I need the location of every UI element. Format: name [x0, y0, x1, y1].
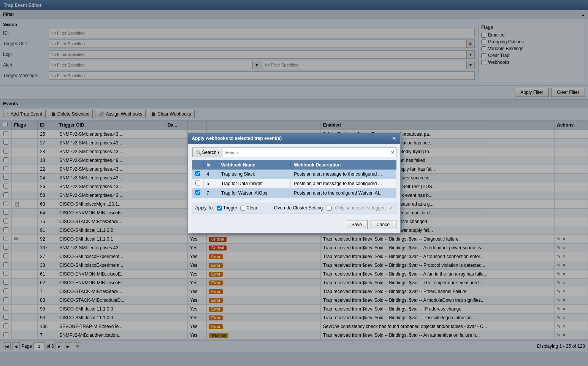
modal-row-checkbox[interactable] — [195, 190, 200, 195]
modal-search-box: 🔍 Search ▾ ✕ — [192, 147, 396, 157]
modal-close-btn[interactable]: ✕ — [392, 135, 396, 141]
only-first-label: Only send on first trigger: — [335, 205, 386, 211]
apply-to-label: Apply To: — [195, 205, 214, 211]
modal-webhook-table: Id Webhook Name Webhook Description 4 Tr… — [192, 160, 396, 198]
override-row: Override Cluster Setting: Only send on f… — [274, 205, 393, 211]
modal-search-row: 🔍 Search ▾ ✕ — [192, 147, 396, 157]
modal-row-name: Trap for Watson AIOps — [218, 189, 290, 198]
modal-row-name: Trap for Data Insight — [218, 179, 290, 189]
modal-row-checkbox-cell — [192, 179, 203, 189]
modal: Apply webhooks to selected trap event(s)… — [188, 133, 401, 233]
modal-table-row: 5 Trap for Data Insight Posts an alert m… — [192, 179, 396, 189]
override-checkbox[interactable] — [327, 206, 332, 211]
trigger-checkbox[interactable] — [217, 206, 222, 211]
modal-row-checkbox[interactable] — [195, 171, 200, 176]
modal-save-btn[interactable]: Save — [346, 220, 368, 229]
modal-col-id: Id — [203, 161, 218, 170]
modal-row-id: 5 — [203, 179, 218, 189]
modal-row-id: 7 — [203, 189, 218, 198]
modal-row-id: 4 — [203, 170, 218, 179]
modal-row-checkbox-cell — [192, 170, 203, 179]
override-label: Override Cluster Setting: — [274, 205, 324, 211]
clear-checkbox[interactable] — [240, 206, 245, 211]
modal-footer: Save Cancel — [192, 217, 396, 229]
modal-col-check — [192, 161, 203, 170]
modal-row-checkbox-cell — [192, 189, 203, 198]
search-icon: 🔍 — [196, 150, 201, 155]
modal-row-name: Trap using Slack — [218, 170, 290, 179]
modal-search-clear-btn[interactable]: ✕ — [389, 149, 396, 156]
modal-search-dropdown-btn[interactable]: 🔍 Search ▾ — [192, 147, 223, 157]
modal-search-input[interactable] — [223, 149, 389, 155]
modal-table-row: 4 Trap using Slack Posts an alert messag… — [192, 170, 396, 179]
apply-to-row: Apply To: Trigger Clear — [195, 205, 267, 211]
modal-row-description: Posts an alert message to the configured… — [291, 170, 396, 179]
search-chevron-icon: ▾ — [217, 150, 220, 155]
modal-apply-section: Apply To: Trigger Clear Override Cluster… — [192, 202, 396, 214]
modal-col-desc: Webhook Description — [291, 161, 396, 170]
modal-row-description: Posts an alert to the configured Watson … — [291, 189, 396, 198]
modal-title-bar: Apply webhooks to selected trap event(s)… — [188, 133, 400, 144]
trigger-check-label: Trigger — [217, 205, 238, 211]
modal-row-checkbox[interactable] — [195, 181, 200, 185]
modal-title: Apply webhooks to selected trap event(s) — [192, 136, 282, 141]
modal-col-name: Webhook Name — [218, 161, 290, 170]
clear-check-label: Clear — [240, 205, 257, 211]
modal-row-description: Posts an alert message to the configured… — [291, 179, 396, 189]
modal-overlay: Apply webhooks to selected trap event(s)… — [0, 0, 588, 366]
modal-table-row: 7 Trap for Watson AIOps Posts an alert t… — [192, 189, 396, 198]
only-first-check-icon: ✓ — [389, 205, 393, 211]
modal-cancel-btn[interactable]: Cancel — [371, 220, 396, 229]
modal-body: 🔍 Search ▾ ✕ Id Webhook Name Webhook Des… — [188, 144, 400, 233]
